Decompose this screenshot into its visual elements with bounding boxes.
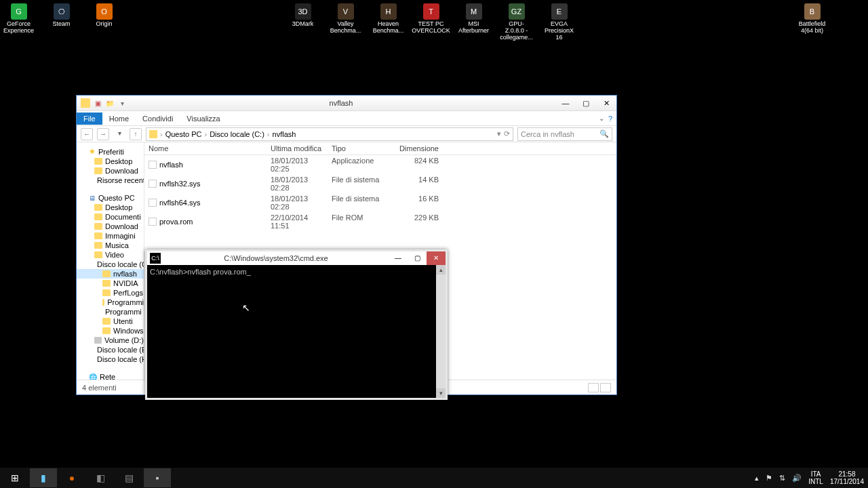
tree-node[interactable]: Musica	[77, 241, 144, 250]
file-name: nvflash	[159, 161, 183, 169]
help-icon[interactable]: ?	[608, 115, 612, 123]
view-details-button[interactable]	[588, 383, 599, 392]
taskbar-app-button[interactable]: ◧	[87, 468, 114, 487]
desktop-icon-label: GPU-Z.0.8.0 - collegame...	[500, 21, 533, 41]
file-row[interactable]: prova.rom22/10/2014 11:51File ROM229 KB	[144, 212, 616, 231]
tree-node[interactable]: Programmi	[77, 298, 144, 307]
close-button[interactable]: ✕	[596, 96, 616, 110]
taskbar-app-button[interactable]: ●	[58, 468, 85, 487]
tray-icon[interactable]: ⚑	[766, 474, 772, 483]
ribbon-view-tab[interactable]: Visualizza	[180, 113, 226, 125]
cmd-close-button[interactable]: ✕	[427, 251, 446, 265]
tree-node[interactable]: Desktop	[77, 157, 144, 166]
desktop-icon[interactable]: OOrigin	[89, 3, 119, 41]
tree-node[interactable]: NVIDIA	[77, 279, 144, 288]
tree-node[interactable]: Volume (D:)	[77, 336, 144, 345]
scroll-down-icon[interactable]: ▾	[436, 388, 446, 398]
scroll-up-icon[interactable]: ▴	[436, 265, 446, 274]
desktop-icon[interactable]: VValley Benchma...	[330, 3, 361, 41]
desktop-icon[interactable]: GZGPU-Z.0.8.0 - collegame...	[501, 3, 532, 41]
cmd-titlebar[interactable]: C:\ C:\Windows\system32\cmd.exe — ▢ ✕	[147, 251, 446, 265]
column-name[interactable]: Nome	[144, 142, 267, 155]
address-dropdown-icon[interactable]: ▾	[497, 129, 501, 138]
maximize-button[interactable]: ▢	[576, 96, 596, 110]
breadcrumb[interactable]: Disco locale (C:)	[210, 130, 264, 138]
tray-show-hidden-icon[interactable]: ▴	[755, 474, 759, 483]
qat-dropdown-icon[interactable]: ▾	[117, 98, 127, 108]
cmd-icon: C:\	[150, 253, 161, 264]
file-row[interactable]: nvflsh64.sys18/01/2013 02:28File di sist…	[144, 193, 616, 212]
nav-up-button[interactable]: ↑	[130, 128, 142, 140]
tree-node[interactable]: 🌐Rete	[77, 372, 144, 380]
folder-icon	[102, 299, 104, 306]
tree-node[interactable]: Windows	[77, 326, 144, 336]
desktop-icon[interactable]: ⎔Steam	[46, 3, 77, 41]
tree-node[interactable]: Programmi (x86)	[77, 307, 144, 317]
desktop-icon[interactable]: EEVGA PrecisionX 16	[544, 3, 574, 41]
tree-node[interactable]: Documenti	[77, 212, 144, 222]
cmd-maximize-button[interactable]: ▢	[408, 251, 427, 265]
qat-newfolder-icon[interactable]: 📁	[105, 98, 115, 108]
refresh-icon[interactable]: ⟳	[504, 129, 510, 138]
desktop-icon[interactable]: HHeaven Benchma...	[373, 3, 403, 41]
minimize-button[interactable]: —	[555, 96, 576, 110]
taskbar-cmd-button[interactable]: ▪	[144, 468, 171, 487]
desktop-icon[interactable]: TTEST PC OVERCLOCK	[416, 3, 446, 41]
tree-node[interactable]: Disco locale (C:)	[77, 260, 144, 269]
ribbon-file-tab[interactable]: File	[77, 113, 102, 125]
breadcrumb[interactable]: nvflash	[273, 130, 296, 138]
tree-node[interactable]: PerfLogs	[77, 288, 144, 298]
column-type[interactable]: Tipo	[328, 142, 389, 155]
breadcrumb[interactable]: Questo PC	[165, 130, 202, 138]
desktop-icon-label: TEST PC OVERCLOCK	[412, 21, 450, 35]
file-type: File di sistema	[328, 175, 389, 192]
tree-node[interactable]: Desktop	[77, 203, 144, 212]
explorer-titlebar[interactable]: ▣ 📁 ▾ nvflash — ▢ ✕	[77, 96, 616, 111]
cmd-scrollbar[interactable]: ▴ ▾	[436, 265, 446, 398]
ribbon-share-tab[interactable]: Condividi	[136, 113, 180, 125]
tree-node[interactable]: Utenti	[77, 317, 144, 326]
folder-icon	[102, 280, 111, 287]
tree-node[interactable]: Download	[77, 166, 144, 176]
nav-history-dropdown[interactable]: ▾	[113, 128, 125, 140]
tree-node[interactable]: Risorse recenti	[77, 176, 144, 185]
ribbon-expand-icon[interactable]: ⌄	[599, 115, 604, 123]
ribbon-home-tab[interactable]: Home	[102, 113, 136, 125]
nav-back-button[interactable]: ←	[81, 128, 93, 140]
desktop-icon[interactable]: GGeForce Experience	[3, 3, 34, 41]
nav-forward-button[interactable]: →	[97, 128, 109, 140]
start-button[interactable]: ⊞	[1, 468, 28, 487]
favorites-icon: ★	[89, 147, 96, 156]
app-icon: M	[466, 3, 482, 20]
taskbar-explorer-button[interactable]: ▮	[30, 468, 57, 487]
file-row[interactable]: nvflash18/01/2013 02:25Applicazione824 K…	[144, 155, 616, 174]
tree-node[interactable]: nvflash	[77, 269, 144, 279]
cmd-minimize-button[interactable]: —	[389, 251, 408, 265]
tree-node[interactable]: ★Preferiti	[77, 146, 144, 157]
tree-node[interactable]: Immagini	[77, 231, 144, 241]
file-row[interactable]: nvflsh32.sys18/01/2013 02:28File di sist…	[144, 174, 616, 193]
qat-properties-icon[interactable]: ▣	[93, 98, 102, 108]
view-icons-button[interactable]	[600, 383, 611, 392]
column-modified[interactable]: Ultima modifica	[267, 142, 328, 155]
tray-clock[interactable]: 21:58 17/11/2014	[830, 470, 864, 485]
tree-node[interactable]: Disco locale (H:)	[77, 354, 144, 364]
tree-node[interactable]: 🖥Questo PC	[77, 193, 144, 203]
explorer-ribbon: File Home Condividi Visualizza ⌄ ?	[77, 111, 616, 126]
taskbar-app-button[interactable]: ▤	[115, 468, 142, 487]
tray-volume-icon[interactable]: 🔊	[792, 474, 802, 483]
address-bar[interactable]: › Questo PC › Disco locale (C:) › nvflas…	[146, 127, 513, 141]
cmd-title: C:\Windows\system32\cmd.exe	[163, 254, 389, 262]
folder-icon	[102, 289, 111, 296]
search-input[interactable]: Cerca in nvflash 🔍	[517, 127, 612, 141]
desktop-icon[interactable]: MMSI Afterburner	[458, 3, 489, 41]
cmd-body[interactable]: C:\nvflash>nvflash prova.rom_ ▴ ▾ ↖	[147, 265, 446, 398]
tree-node[interactable]: Disco locale (E:)	[77, 345, 144, 354]
tray-network-icon[interactable]: ⇅	[779, 474, 785, 483]
tree-node[interactable]: Video	[77, 250, 144, 260]
tray-language[interactable]: ITA INTL	[808, 470, 823, 485]
column-size[interactable]: Dimensione	[389, 142, 443, 155]
tree-node[interactable]: Download	[77, 222, 144, 231]
desktop-icon[interactable]: 3D3DMark	[288, 3, 318, 41]
desktop-icon[interactable]: BBattlefield 4(64 bit)	[797, 3, 827, 35]
